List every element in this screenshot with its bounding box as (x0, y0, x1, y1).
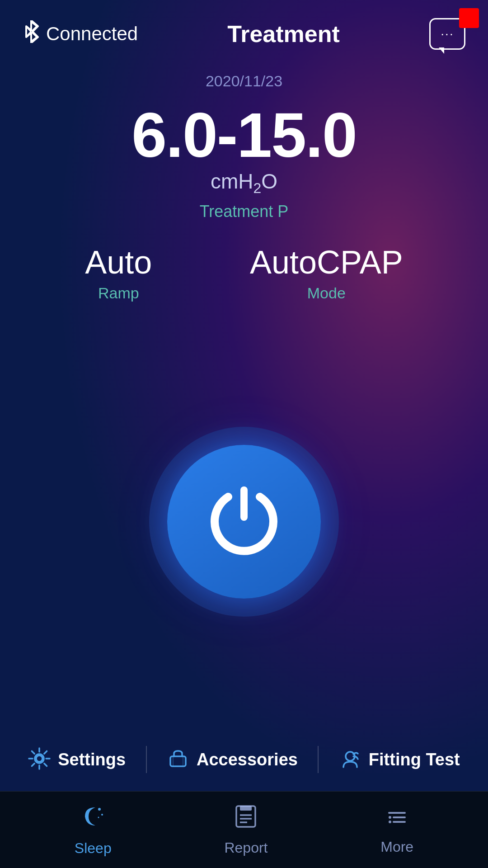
svg-point-11 (98, 817, 99, 818)
sleep-nav-label: Sleep (75, 840, 112, 857)
settings-action[interactable]: Settings (28, 746, 126, 773)
bluetooth-status: Connected (23, 20, 138, 47)
mode-section: Auto Ramp AutoCPAP Mode (0, 226, 488, 311)
connected-label: Connected (46, 23, 138, 45)
ramp-label: Ramp (85, 284, 152, 302)
settings-label: Settings (58, 750, 126, 769)
bluetooth-icon (23, 20, 40, 47)
date-section: 2020/11/23 (0, 59, 488, 94)
date-display: 2020/11/23 (206, 72, 282, 90)
svg-point-20 (389, 816, 391, 819)
power-icon (203, 481, 285, 562)
ramp-item: Auto Ramp (85, 244, 152, 302)
report-icon (233, 803, 259, 835)
unit-prefix: cmH (211, 170, 253, 193)
mode-item: AutoCPAP Mode (250, 244, 403, 302)
nav-item-sleep[interactable]: Sleep (75, 803, 112, 857)
nav-item-more[interactable]: More (380, 805, 413, 855)
accessories-label: Accessories (197, 750, 298, 769)
pressure-value: 6.0-15.0 (0, 104, 488, 167)
sleep-icon (80, 803, 107, 835)
treatment-label: Treatment P (0, 202, 488, 221)
svg-point-10 (101, 814, 103, 816)
power-button[interactable] (167, 445, 321, 599)
svg-rect-13 (240, 806, 252, 811)
main-content: Connected Treatment 2020/11/23 6.0-15.0 … (0, 0, 488, 868)
nav-item-report[interactable]: Report (224, 803, 267, 856)
svg-point-21 (389, 821, 391, 823)
pressure-unit: cmH2O (0, 169, 488, 197)
accessories-action[interactable]: Accessories (167, 746, 298, 773)
unit-suffix: O (261, 170, 277, 193)
accessories-icon (167, 747, 189, 772)
report-nav-label: Report (224, 840, 267, 856)
svg-point-3 (36, 755, 42, 762)
settings-icon (28, 747, 51, 772)
header: Connected Treatment (0, 0, 488, 59)
bottom-nav: Sleep Report (0, 791, 488, 868)
fitting-test-label: Fitting Test (369, 750, 460, 769)
more-nav-label: More (380, 839, 413, 855)
ramp-value: Auto (85, 244, 152, 281)
divider-1 (146, 746, 147, 773)
svg-point-9 (98, 808, 101, 811)
power-section (0, 311, 488, 732)
unit-subscript: 2 (253, 180, 261, 196)
page-title: Treatment (227, 20, 340, 47)
divider-2 (318, 746, 319, 773)
pressure-section: 6.0-15.0 cmH2O Treatment P (0, 94, 488, 226)
power-outer-ring (149, 427, 339, 617)
fitting-test-icon (339, 747, 361, 772)
notification-badge (459, 8, 479, 28)
actions-section: Settings Accessories (0, 732, 488, 791)
more-icon (385, 805, 409, 834)
fitting-test-action[interactable]: Fitting Test (339, 746, 460, 773)
mode-value: AutoCPAP (250, 244, 403, 281)
mode-label: Mode (250, 284, 403, 302)
